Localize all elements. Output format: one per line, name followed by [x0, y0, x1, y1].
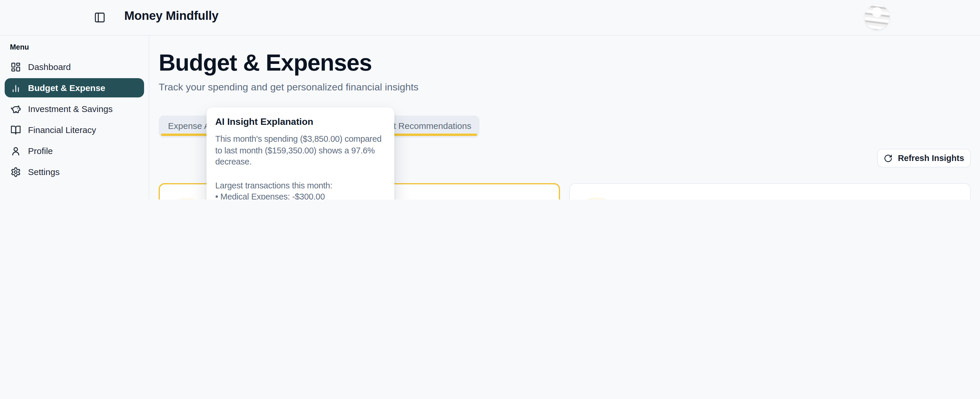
- refresh-insights-label: Refresh Insights: [898, 153, 964, 163]
- sidebar-item-label: Financial Literacy: [28, 125, 96, 135]
- sidebar-nav: Dashboard Budget & Expense Investment & …: [0, 57, 149, 183]
- sidebar-item-label: Dashboard: [28, 62, 71, 72]
- card-category-breakdown: Category Breakdown Your highest spending…: [570, 183, 970, 199]
- popover-text-line: to last month ($159,350.00) shows a 97.6…: [215, 145, 386, 156]
- sidebar-item-profile[interactable]: Profile: [5, 141, 144, 161]
- sidebar-item-settings[interactable]: Settings: [5, 162, 144, 181]
- app-title: Money Mindfully: [124, 9, 218, 23]
- ai-insight-popover: AI Insight Explanation This month's spen…: [207, 107, 395, 199]
- sidebar: Menu Dashboard Budget & Expense Investme…: [0, 35, 150, 199]
- popover-spacer: [215, 168, 386, 180]
- piggy-bank-icon: [11, 103, 21, 114]
- tab-product-recommendations[interactable]: ct Recommendations: [389, 116, 471, 135]
- sidebar-item-label: Budget & Expense: [28, 83, 105, 93]
- sidebar-item-label: Profile: [28, 146, 53, 156]
- popover-text-line: Largest transactions this month:: [215, 180, 386, 191]
- bar-chart-icon: [11, 83, 21, 93]
- sidebar-toggle-icon[interactable]: [94, 12, 106, 23]
- user-icon: [11, 146, 21, 156]
- gear-icon: [11, 167, 21, 177]
- sidebar-item-budget-expense[interactable]: Budget & Expense: [5, 78, 144, 97]
- repeat-icon: [585, 198, 608, 199]
- sidebar-item-financial-literacy[interactable]: Financial Literacy: [5, 120, 144, 140]
- popover-list-item: • Medical Expenses: -$300.00: [215, 191, 386, 199]
- app-window: Money Mindfully Menu Dashboard Budget & …: [0, 0, 980, 199]
- popover-title: AI Insight Explanation: [215, 117, 386, 127]
- dashboard-grid-icon: [11, 62, 21, 72]
- page-subtitle: Track your spending and get personalized…: [159, 82, 418, 93]
- popover-text-line: decrease.: [215, 156, 386, 168]
- sidebar-item-investment-savings[interactable]: Investment & Savings: [5, 99, 144, 118]
- tab-expense-analysis[interactable]: Expense A: [168, 116, 210, 135]
- popover-text-line: This month's spending ($3,850.00) compar…: [215, 134, 386, 145]
- open-book-icon: [11, 124, 21, 135]
- sidebar-item-dashboard[interactable]: Dashboard: [5, 57, 144, 76]
- page-title: Budget & Expenses: [159, 49, 372, 76]
- top-bar: Money Mindfully: [0, 0, 980, 36]
- avatar[interactable]: [864, 5, 889, 30]
- sidebar-item-label: Investment & Savings: [28, 104, 113, 114]
- sidebar-item-label: Settings: [28, 167, 59, 177]
- sidebar-menu-label: Menu: [10, 43, 29, 51]
- refresh-icon: [884, 154, 892, 162]
- trending-up-icon: [175, 198, 198, 199]
- refresh-insights-button[interactable]: Refresh Insights: [877, 149, 970, 167]
